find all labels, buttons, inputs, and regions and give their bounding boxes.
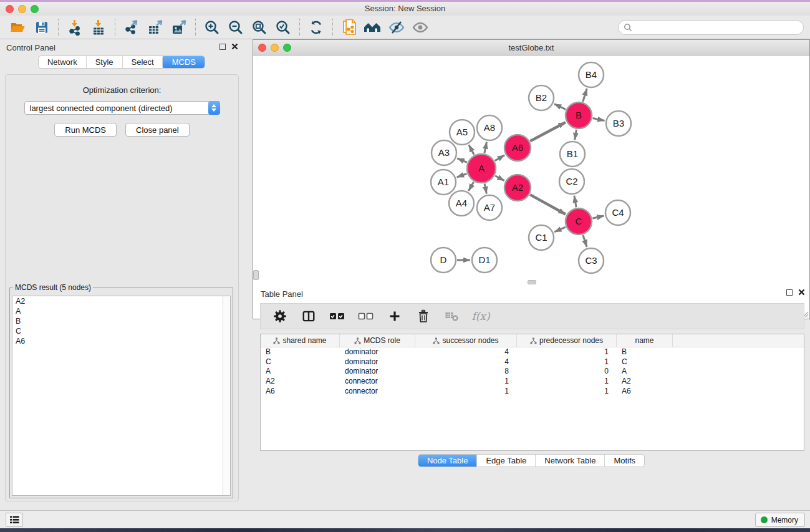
delete-column-button[interactable]: [415, 308, 432, 324]
save-session-button[interactable]: [30, 17, 54, 37]
result-item-a2[interactable]: A2: [12, 296, 230, 306]
table-cell[interactable]: C: [617, 357, 673, 367]
float-table-panel-icon[interactable]: [786, 289, 793, 296]
graph-edge-a-a7[interactable]: [485, 183, 486, 193]
window-edge-thumb[interactable]: [528, 280, 536, 284]
graph-edge-a-a2[interactable]: [495, 176, 504, 181]
delete-table-button[interactable]: [444, 308, 460, 324]
table-settings-button[interactable]: [272, 308, 288, 324]
task-history-button[interactable]: [6, 513, 23, 527]
table-row[interactable]: A6connector11A6: [261, 387, 804, 397]
export-image-button[interactable]: [167, 17, 191, 37]
minimize-window-button[interactable]: [18, 5, 26, 13]
graph-edge-c-c2[interactable]: [574, 196, 576, 208]
result-item-c[interactable]: C: [12, 326, 230, 336]
hide-panels-button[interactable]: [385, 17, 408, 37]
canvas-scrollbar-thumb[interactable]: [253, 270, 259, 280]
add-column-button[interactable]: [387, 308, 403, 324]
select-all-columns-button[interactable]: [329, 308, 345, 324]
table-row[interactable]: Cdominator41C: [261, 357, 804, 367]
graph-edge-b-b1[interactable]: [575, 130, 577, 140]
graph-edge-a-a4[interactable]: [468, 182, 473, 191]
result-item-a[interactable]: A: [12, 306, 230, 316]
network-canvas[interactable]: AA1A3A5A8A4A7A6A2BB2B4B3B1CC2C4C1C3DD1: [253, 56, 809, 319]
column-header-mcds-role[interactable]: MCDS role: [340, 334, 415, 347]
graph-edge-a2-c[interactable]: [530, 195, 566, 214]
network-zoom-button[interactable]: [283, 44, 291, 52]
zoom-window-button[interactable]: [31, 5, 39, 13]
table-cell[interactable]: A2: [261, 377, 340, 387]
graph-edge-a-a8[interactable]: [485, 142, 487, 153]
table-cell[interactable]: A6: [617, 387, 673, 397]
table-cell[interactable]: 0: [517, 367, 617, 377]
search-input[interactable]: [632, 23, 798, 32]
graph-edge-a6-b[interactable]: [530, 122, 565, 141]
close-panel-button[interactable]: Close panel: [125, 123, 190, 137]
graph-edge-c-c4[interactable]: [592, 216, 604, 218]
table-cell[interactable]: 1: [415, 377, 517, 387]
result-item-b[interactable]: B: [12, 316, 230, 326]
network-close-button[interactable]: [258, 44, 266, 52]
show-panels-button[interactable]: [408, 17, 432, 37]
run-mcds-button[interactable]: Run MCDS: [54, 123, 117, 137]
export-table-button[interactable]: [143, 17, 167, 37]
network-window-titlebar[interactable]: testGlobe.txt: [253, 40, 809, 56]
graph-edge-b-b2[interactable]: [554, 104, 566, 110]
graph-edge-a-a6[interactable]: [495, 155, 504, 161]
table-cell[interactable]: B: [261, 347, 340, 357]
table-tab-network-table[interactable]: Network Table: [535, 455, 604, 467]
export-network-button[interactable]: [120, 17, 143, 37]
graph-edge-b-b3[interactable]: [593, 118, 605, 121]
table-cell[interactable]: 1: [517, 377, 617, 387]
close-panel-icon[interactable]: [231, 43, 238, 50]
table-tab-edge-table[interactable]: Edge Table: [476, 455, 535, 467]
table-cell[interactable]: 4: [415, 357, 517, 367]
table-cell[interactable]: dominator: [340, 367, 415, 377]
float-panel-icon[interactable]: [219, 44, 226, 50]
new-session-button[interactable]: [337, 17, 361, 37]
optimization-criterion-select[interactable]: largest connected component (directed): [24, 101, 220, 115]
tab-select[interactable]: Select: [122, 56, 163, 68]
import-network-button[interactable]: [63, 17, 87, 37]
table-cell[interactable]: 1: [517, 357, 617, 367]
table-cell[interactable]: A2: [617, 377, 673, 387]
table-cell[interactable]: 1: [517, 347, 617, 357]
table-cell[interactable]: 1: [517, 387, 617, 397]
result-item-a6[interactable]: A6: [12, 336, 230, 346]
table-row[interactable]: Bdominator41B: [261, 347, 804, 357]
zoom-in-button[interactable]: [200, 17, 224, 37]
graph-edge-a-a3[interactable]: [457, 158, 467, 163]
refresh-button[interactable]: [304, 17, 328, 37]
table-cell[interactable]: dominator: [340, 357, 415, 367]
table-cell[interactable]: A6: [261, 387, 340, 397]
show-columns-button[interactable]: [301, 308, 317, 324]
graph-edge-a-a1[interactable]: [457, 173, 467, 177]
graph-edge-c-c1[interactable]: [554, 227, 566, 232]
table-cell[interactable]: dominator: [340, 347, 415, 357]
tab-network[interactable]: Network: [39, 56, 86, 68]
close-table-panel-icon[interactable]: [798, 289, 805, 296]
zoom-out-button[interactable]: [224, 17, 248, 37]
table-cell[interactable]: 8: [415, 367, 517, 377]
table-cell[interactable]: A: [617, 367, 673, 377]
table-cell[interactable]: C: [261, 357, 340, 367]
result-scrollbar[interactable]: [223, 296, 230, 495]
table-cell[interactable]: B: [617, 347, 673, 357]
tab-style[interactable]: Style: [86, 56, 122, 68]
graph-edge-c-c3[interactable]: [583, 235, 587, 247]
zoom-fit-button[interactable]: [248, 17, 271, 37]
tab-mcds[interactable]: MCDS: [162, 56, 205, 69]
deselect-all-columns-button[interactable]: [358, 308, 374, 324]
column-header-successor-nodes[interactable]: successor nodes: [415, 334, 517, 347]
table-cell[interactable]: 1: [415, 387, 517, 397]
import-table-button[interactable]: [87, 17, 110, 37]
table-cell[interactable]: connector: [340, 387, 415, 397]
close-window-button[interactable]: [6, 5, 14, 13]
graph-edge-a-a5[interactable]: [469, 145, 474, 155]
table-tab-node-table[interactable]: Node Table: [418, 454, 478, 467]
table-cell[interactable]: A: [261, 367, 340, 377]
column-header-name[interactable]: name: [617, 334, 673, 347]
table-cell[interactable]: connector: [340, 377, 415, 387]
open-file-button[interactable]: [6, 17, 30, 37]
graph-edge-b-b4[interactable]: [583, 89, 587, 102]
